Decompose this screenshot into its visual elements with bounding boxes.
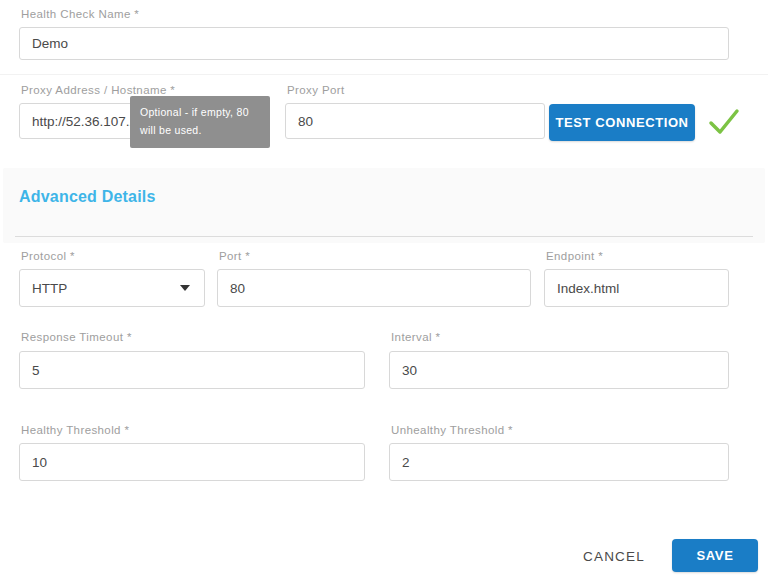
protocol-selected-value: HTTP xyxy=(32,281,67,296)
healthy-threshold-label: Healthy Threshold * xyxy=(21,424,129,436)
response-timeout-label: Response Timeout * xyxy=(21,331,132,343)
tooltip-text: Optional - if empty, 80 will be used. xyxy=(140,106,249,136)
unhealthy-threshold-label: Unhealthy Threshold * xyxy=(391,424,513,436)
health-check-name-input[interactable] xyxy=(19,27,729,60)
endpoint-label: Endpoint * xyxy=(546,250,603,262)
proxy-port-label: Proxy Port xyxy=(287,84,345,96)
section-divider xyxy=(0,74,768,75)
proxy-address-label: Proxy Address / Hostname * xyxy=(21,84,175,96)
chevron-down-icon xyxy=(180,285,190,291)
advanced-details-divider xyxy=(15,236,753,237)
protocol-label: Protocol * xyxy=(21,250,75,262)
port-input[interactable] xyxy=(217,269,531,307)
response-timeout-input[interactable] xyxy=(19,351,365,389)
healthy-threshold-input[interactable] xyxy=(19,443,365,481)
health-check-name-label: Health Check Name * xyxy=(21,8,139,20)
interval-label: Interval * xyxy=(391,331,440,343)
save-button[interactable]: SAVE xyxy=(672,539,758,572)
proxy-port-input[interactable] xyxy=(285,103,545,139)
cancel-button[interactable]: CANCEL xyxy=(577,540,651,572)
health-check-form: Health Check Name * Proxy Address / Host… xyxy=(0,0,768,580)
protocol-select[interactable]: HTTP xyxy=(19,269,205,307)
interval-input[interactable] xyxy=(389,351,729,389)
port-label: Port * xyxy=(219,250,250,262)
advanced-details-title: Advanced Details xyxy=(19,188,156,206)
proxy-port-tooltip: Optional - if empty, 80 will be used. xyxy=(130,96,270,148)
test-connection-button[interactable]: TEST CONNECTION xyxy=(549,104,695,141)
success-checkmark-icon xyxy=(708,108,740,136)
unhealthy-threshold-input[interactable] xyxy=(389,443,729,481)
endpoint-input[interactable] xyxy=(544,269,729,307)
